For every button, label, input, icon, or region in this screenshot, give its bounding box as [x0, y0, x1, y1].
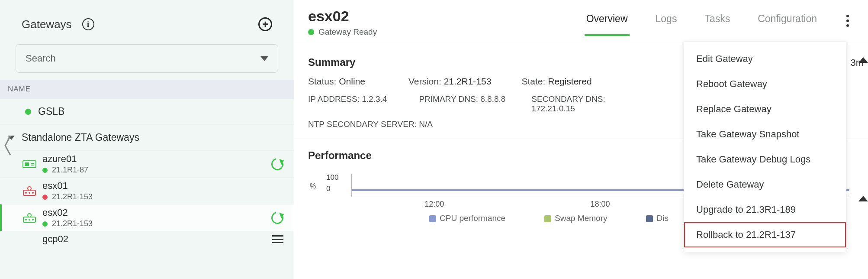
search-placeholder: Search [26, 53, 260, 64]
legend-item: CPU performance [429, 214, 505, 223]
tab-logs[interactable]: Logs [654, 8, 679, 36]
chevron-up-icon [858, 196, 868, 201]
tab-tasks[interactable]: Tasks [703, 8, 732, 36]
gateway-name: azure01 [42, 153, 88, 165]
sync-icon [269, 209, 286, 226]
gateway-row-esx01[interactable]: esx01 21.2R1-153 [0, 177, 294, 204]
gateway-server-icon [23, 213, 36, 223]
sidebar-header: Gateways i + [0, 0, 294, 40]
actions-menu-button[interactable] [846, 15, 849, 27]
sync-icon [269, 156, 286, 172]
svg-point-7 [25, 192, 27, 194]
menu-delete-gateway[interactable]: Delete Gateway [684, 172, 846, 197]
svg-point-14 [32, 219, 34, 221]
svg-point-11 [28, 214, 31, 217]
menu-icon [272, 235, 283, 243]
sync-button[interactable] [271, 158, 283, 170]
menu-upgrade[interactable]: Upgrade to 21.3R1-189 [684, 197, 846, 222]
gateway-actions-menu: Edit Gateway Reboot Gateway Replace Gate… [684, 42, 846, 252]
detail-title: esx02 [308, 8, 377, 25]
menu-replace-gateway[interactable]: Replace Gateway [684, 97, 846, 122]
detail-header: esx02 Gateway Ready Overview Logs Tasks … [294, 0, 868, 44]
gateway-row-gcp02[interactable]: gcp02 [0, 231, 294, 245]
status-dot-icon [42, 195, 48, 200]
gateway-card-icon [23, 159, 36, 169]
sync-button[interactable] [271, 212, 283, 224]
legend-item: Swap Memory [544, 214, 607, 223]
gateway-detail-pane: esx02 Gateway Ready Overview Logs Tasks … [294, 0, 868, 279]
name-column-header: NAME [0, 80, 294, 99]
gateway-name: esx01 [42, 180, 93, 191]
group-label: Standalone ZTA Gateways [22, 132, 139, 143]
gateway-group-gslb[interactable]: GSLB [0, 99, 294, 125]
detail-tabs: Overview Logs Tasks Configuration [585, 8, 819, 36]
svg-point-12 [25, 219, 27, 221]
search-input[interactable]: Search [16, 44, 278, 73]
gateway-version: 21.2R1-153 [52, 192, 93, 201]
collapse-summary-button[interactable] [858, 57, 868, 63]
row-menu-button[interactable] [272, 235, 283, 243]
menu-edit-gateway[interactable]: Edit Gateway [684, 46, 846, 71]
gateway-version: 21.2R1-153 [52, 219, 93, 228]
svg-point-9 [32, 192, 34, 194]
chart-ylabel: % [310, 182, 316, 190]
summary-state: State: Registered [521, 76, 592, 87]
gateway-server-icon [23, 186, 36, 196]
legend-swatch-icon [646, 215, 653, 222]
collapse-performance-button[interactable] [858, 196, 868, 201]
gateway-name: esx02 [42, 207, 93, 218]
gateway-name: gcp02 [42, 234, 68, 245]
svg-point-6 [28, 187, 31, 190]
svg-rect-2 [25, 162, 29, 166]
svg-point-8 [29, 192, 30, 194]
detail-status: Gateway Ready [318, 27, 377, 37]
legend-swatch-icon [429, 215, 436, 222]
menu-take-snapshot[interactable]: Take Gateway Snapshot [684, 122, 846, 147]
gateway-row-azure01[interactable]: azure01 21.1R1-87 [0, 151, 294, 177]
status-dot-icon [42, 221, 48, 227]
tab-configuration[interactable]: Configuration [756, 8, 819, 36]
chevron-up-icon [858, 57, 868, 63]
chart-y-ticks: 100 0 [326, 172, 338, 195]
status-dot-icon [25, 109, 31, 115]
gateways-sidebar: Gateways i + Search NAME GSLB Standalone… [0, 0, 294, 279]
legend-item: Dis [646, 214, 668, 223]
sidebar-title: Gateways [22, 18, 72, 31]
svg-rect-4 [31, 165, 34, 165]
collapse-sidebar-handle[interactable] [3, 134, 13, 159]
menu-reboot-gateway[interactable]: Reboot Gateway [684, 71, 846, 97]
group-label: GSLB [38, 106, 64, 117]
summary-version: Version: 21.2R1-153 [408, 76, 491, 87]
tab-overview[interactable]: Overview [585, 8, 630, 36]
summary-ip: IP ADDRESS: 1.2.3.4 [308, 94, 387, 114]
svg-point-13 [29, 219, 30, 221]
status-dot-icon [308, 29, 314, 35]
summary-secondary-dns: SECONDARY DNS: 172.21.0.15 [531, 94, 631, 114]
menu-rollback[interactable]: Rollback to 21.2R1-137 [684, 222, 846, 247]
info-icon[interactable]: i [82, 18, 94, 30]
add-gateway-button[interactable]: + [258, 17, 272, 31]
gateway-version: 21.1R1-87 [52, 165, 88, 175]
menu-take-debug-logs[interactable]: Take Gateway Debug Logs [684, 147, 846, 172]
chevron-down-icon [260, 56, 268, 61]
summary-ntp-secondary: NTP SECONDARY SERVER: N/A [308, 120, 503, 129]
gateway-row-esx02[interactable]: esx02 21.2R1-153 [0, 204, 294, 231]
status-dot-icon [42, 168, 48, 173]
summary-primary-dns: PRIMARY DNS: 8.8.8.8 [419, 94, 505, 114]
svg-rect-3 [31, 163, 34, 164]
legend-swatch-icon [544, 215, 551, 222]
summary-status: Status: Online [308, 76, 365, 87]
gateway-group-standalone[interactable]: Standalone ZTA Gateways [0, 125, 294, 151]
